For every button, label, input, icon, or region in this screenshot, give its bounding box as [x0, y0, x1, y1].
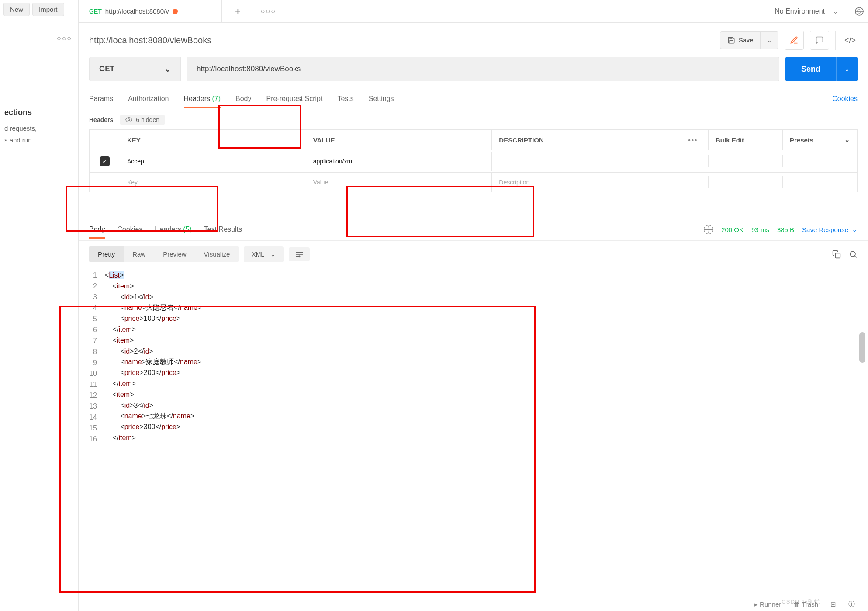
col-description: DESCRIPTION	[492, 130, 678, 150]
scrollbar-thumb[interactable]	[859, 332, 865, 363]
sidebar: New Import ○○○ ections d requests, s and…	[0, 0, 79, 611]
col-value: VALUE	[306, 130, 492, 150]
sidebar-blurb: d requests, s and run.	[3, 122, 75, 146]
col-key: KEY	[120, 130, 306, 150]
trash-button[interactable]: 🗑 Trash	[793, 601, 818, 608]
save-label: Save	[739, 37, 753, 44]
table-more-icon[interactable]: •••	[678, 130, 709, 150]
runner-button[interactable]: ▸ Runner	[754, 601, 781, 608]
sidebar-section-title: ections	[3, 47, 75, 122]
view-pretty[interactable]: Pretty	[89, 246, 124, 262]
headers-title: Headers	[89, 116, 113, 123]
tab-headers[interactable]: Headers (7)	[184, 90, 221, 108]
format-select[interactable]: XML⌄	[244, 246, 284, 262]
request-subtabs: Params Authorization Headers (7) Body Pr…	[79, 87, 868, 110]
save-button[interactable]: Save ⌄	[720, 31, 778, 49]
comment-icon[interactable]	[810, 31, 829, 50]
chevron-down-icon: ⌄	[852, 226, 858, 233]
header-desc-placeholder[interactable]: Description	[492, 173, 678, 192]
status-time: 93 ms	[751, 226, 769, 233]
header-key-cell[interactable]: Accept	[120, 152, 306, 171]
code-snippet-icon[interactable]: </>	[835, 31, 858, 50]
hidden-headers-toggle[interactable]: 6 hidden	[120, 115, 165, 125]
svg-rect-6	[836, 253, 840, 258]
search-icon[interactable]	[849, 250, 858, 259]
new-tab-button[interactable]: +	[227, 6, 249, 17]
copy-icon[interactable]	[832, 250, 841, 259]
save-chevron-icon[interactable]: ⌄	[761, 32, 778, 48]
chevron-down-icon: ⌄	[270, 251, 276, 258]
send-chevron-icon[interactable]: ⌄	[836, 57, 858, 81]
unsaved-dot-icon	[173, 9, 178, 14]
request-tabbar: GET http://localhost:8080/v + ○○○ No Env…	[79, 0, 868, 23]
tab-settings[interactable]: Settings	[369, 90, 394, 108]
line-gutter: 12345678910111213141516	[89, 270, 105, 445]
view-mode-segment: Pretty Raw Preview Visualize	[89, 246, 239, 262]
bulk-edit-link[interactable]: Bulk Edit	[709, 130, 783, 150]
row-checkbox[interactable]: ✓	[100, 156, 110, 166]
import-button[interactable]: Import	[32, 3, 64, 16]
environment-label: No Environment	[775, 7, 825, 15]
tab-title: http://localhost:8080/v	[105, 7, 169, 15]
code-content[interactable]: <List> <item> <id>1</id> <name>火隐忍者</nam…	[105, 270, 201, 445]
resp-tab-body[interactable]: Body	[89, 221, 105, 238]
request-breadcrumb[interactable]: http://localhost:8080/viewBooks	[89, 35, 211, 45]
header-row: ✓ Accept application/xml	[90, 150, 857, 173]
header-value-placeholder[interactable]: Value	[306, 173, 492, 192]
chevron-down-icon: ⌄	[844, 136, 850, 144]
tab-more-icon[interactable]: ○○○	[254, 7, 283, 15]
new-button[interactable]: New	[3, 3, 30, 16]
method-label: GET	[99, 65, 114, 73]
resp-tab-headers[interactable]: Headers (5)	[155, 221, 192, 238]
environment-quicklook-icon[interactable]	[854, 6, 865, 17]
tab-body[interactable]: Body	[235, 90, 251, 108]
view-visualize[interactable]: Visualize	[195, 246, 239, 262]
tab-params[interactable]: Params	[89, 90, 113, 108]
edit-icon[interactable]	[785, 31, 804, 50]
url-input[interactable]: http://localhost:8080/viewBooks	[187, 57, 779, 81]
wrap-lines-icon[interactable]	[289, 247, 310, 261]
tab-prerequest[interactable]: Pre-request Script	[266, 90, 322, 108]
tab-method: GET	[89, 8, 102, 15]
cookies-link[interactable]: Cookies	[832, 95, 858, 103]
tab-authorization[interactable]: Authorization	[128, 90, 169, 108]
request-tab[interactable]: GET http://localhost:8080/v	[82, 0, 222, 22]
resp-tab-testresults[interactable]: Test Results	[204, 221, 242, 238]
sidebar-more-icon[interactable]: ○○○	[3, 21, 75, 47]
svg-line-8	[855, 256, 857, 257]
status-code: 200 OK	[721, 226, 744, 233]
svg-point-2	[128, 119, 130, 121]
header-value-cell[interactable]: application/xml	[306, 152, 492, 171]
header-row-empty: Key Value Description	[90, 173, 857, 192]
save-response-link[interactable]: Save Response ⌄	[802, 226, 858, 233]
header-desc-cell[interactable]	[492, 155, 678, 167]
method-select[interactable]: GET ⌄	[89, 57, 181, 81]
environment-select[interactable]: No Environment ⌄	[764, 0, 849, 22]
status-size: 385 B	[777, 226, 794, 233]
footer-more-icon[interactable]: ⊞	[830, 601, 836, 608]
svg-point-7	[850, 251, 855, 257]
view-raw[interactable]: Raw	[124, 246, 154, 262]
send-button[interactable]: Send ⌄	[785, 57, 858, 81]
presets-dropdown[interactable]: Presets⌄	[783, 130, 857, 150]
resp-tab-cookies[interactable]: Cookies	[117, 221, 142, 238]
response-body[interactable]: 12345678910111213141516 <List> <item> <i…	[79, 267, 868, 458]
response-tabs: Body Cookies Headers (5) Test Results 20…	[79, 213, 868, 238]
chevron-down-icon: ⌄	[165, 65, 171, 74]
footer-bar: ▸ Runner 🗑 Trash ⊞ ⓘ	[754, 600, 855, 608]
tab-tests[interactable]: Tests	[337, 90, 353, 108]
headers-table: KEY VALUE DESCRIPTION ••• Bulk Edit Pres…	[89, 129, 858, 192]
send-label: Send	[785, 57, 836, 81]
view-preview[interactable]: Preview	[154, 246, 195, 262]
network-icon[interactable]	[704, 225, 713, 234]
eye-icon	[125, 116, 132, 123]
header-key-placeholder[interactable]: Key	[120, 173, 306, 192]
help-icon[interactable]: ⓘ	[848, 600, 855, 608]
chevron-down-icon: ⌄	[833, 7, 838, 15]
